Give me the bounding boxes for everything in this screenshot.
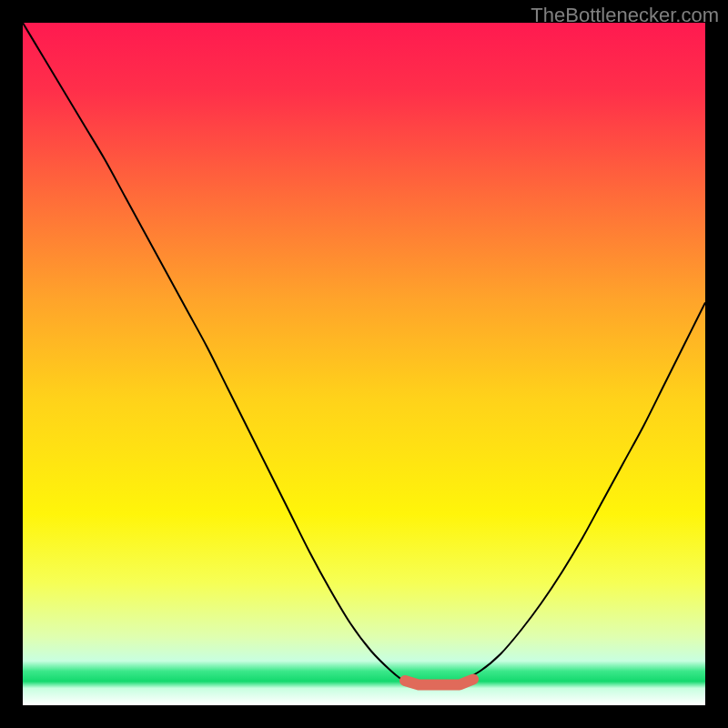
chart-background (23, 23, 705, 705)
chart-container: TheBottlenecker.com (0, 0, 728, 728)
marker-band-path (405, 680, 473, 685)
chart-plot (23, 23, 705, 705)
marker-band (405, 680, 473, 685)
